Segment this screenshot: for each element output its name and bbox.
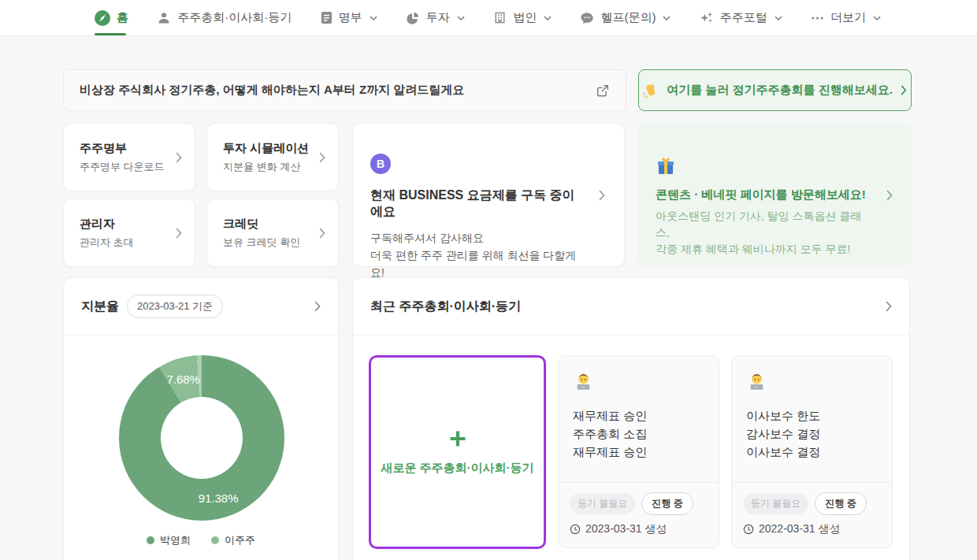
benefit-line: 각종 제휴 혜택과 웨비나까지 모두 무료! — [656, 241, 867, 258]
donut-percent-label: 91.38% — [199, 491, 239, 504]
quick-card-subtitle: 관리자 초대 — [80, 235, 134, 250]
technologist-icon — [573, 372, 594, 393]
chevron-right-icon — [599, 190, 605, 201]
benefit-card[interactable]: 콘텐츠 · 베네핏 페이지를 방문해보세요! 아웃스탠딩 인기 기사, 탈잉 스… — [638, 123, 912, 267]
created-date: 2023-03-31 생성 — [585, 522, 667, 536]
recent-meetings-body: 새로운 주주총회·이사회·등기 재무제표 승인 주주총회 소집 재무제표 승인 — [369, 355, 893, 549]
quick-card-shareholder-list[interactable]: 주주명부 주주명부 다운로드 — [63, 123, 195, 191]
new-meeting-button[interactable]: 새로운 주주총회·이사회·등기 — [369, 355, 546, 549]
clock-icon — [570, 524, 581, 535]
quick-card-admin[interactable]: 관리자 관리자 초대 — [63, 198, 195, 267]
recent-meetings-card: 최근 주주총회·이사회·등기 새로운 주주총회·이사회·등기 — [352, 277, 910, 560]
nav-item-home[interactable]: 홈 — [95, 0, 128, 35]
chevron-right-icon — [886, 190, 893, 201]
donut-percent-label: 7.68% — [166, 372, 200, 385]
chevron-right-icon — [319, 228, 325, 239]
ownership-donut-chart: 91.38%7.68% — [119, 355, 284, 521]
plan-line: 더욱 편한 주주 관리를 위해 최선을 다할게요! — [370, 247, 580, 281]
plan-card[interactable]: B 현재 BUSINESS 요금제를 구독 중이에요 구독해주셔서 감사해요 더… — [352, 123, 625, 267]
clock-icon — [743, 524, 754, 535]
chevron-right-icon — [176, 152, 182, 163]
quick-card-subtitle: 보유 크레딧 확인 — [223, 235, 300, 250]
progress-status-badge: 진행 중 — [815, 492, 866, 515]
chevron-down-icon — [775, 16, 782, 20]
document-icon — [321, 11, 332, 24]
chevron-right-icon[interactable] — [886, 301, 892, 312]
nav-label: 더보기 — [830, 10, 866, 25]
agenda-item: 재무제표 승인 — [573, 406, 704, 425]
nav-label: 주주포털 — [720, 10, 767, 25]
meeting-card[interactable]: 이사보수 한도 감사보수 결정 이사보수 결정 등기 불필요 진행 중 2022… — [731, 355, 893, 548]
ownership-legend: 박영희 이주주 — [64, 533, 338, 547]
new-meeting-label: 새로운 주주총회·이사회·등기 — [381, 461, 533, 476]
ownership-title: 지분율 — [81, 299, 119, 315]
meeting-card-footer: 등기 불필요 진행 중 2022-03-31 생성 — [732, 482, 892, 547]
quick-card-title: 크레딧 — [223, 217, 300, 232]
chevron-down-icon — [370, 16, 377, 20]
legend-item: 박영희 — [147, 533, 191, 547]
ellipsis-icon — [811, 16, 824, 20]
nav-label: 홈 — [117, 10, 128, 25]
nav-item-meetings[interactable]: 주주총회·이사회·등기 — [157, 0, 292, 35]
cta-banner[interactable]: 여기를 눌러 정기주주총회를 진행해보세요. — [638, 69, 912, 111]
notice-banner-text: 비상장 주식회사 정기주총, 어떻게 해야하는지 A부터 Z까지 알려드릴게요 — [80, 83, 596, 98]
agenda-item: 재무제표 승인 — [573, 443, 704, 461]
nav-item-corporation[interactable]: 법인 — [493, 0, 552, 35]
chevron-down-icon — [544, 16, 552, 20]
technologist-icon — [746, 372, 767, 393]
nav-label: 명부 — [339, 10, 362, 25]
clapping-hands-icon — [643, 83, 659, 98]
agenda-item: 이사보수 결정 — [746, 443, 878, 461]
chevron-down-icon — [457, 16, 465, 20]
meeting-card[interactable]: 재무제표 승인 주주총회 소집 재무제표 승인 등기 불필요 진행 중 2023… — [558, 355, 719, 548]
legend-dot — [211, 536, 219, 544]
chat-bubble-icon — [580, 11, 594, 25]
ownership-card: 지분율 2023-03-21 기준 91.38%7.68% 박영희 이주주 — [63, 277, 339, 560]
nav-item-portal[interactable]: 주주포털 — [700, 0, 782, 35]
as-of-date-badge: 2023-03-21 기준 — [127, 295, 223, 318]
notice-banner[interactable]: 비상장 주식회사 정기주총, 어떻게 해야하는지 A부터 Z까지 알려드릴게요 — [63, 69, 626, 111]
registration-status-badge: 등기 불필요 — [743, 493, 808, 514]
home-logo-icon — [95, 10, 110, 26]
meeting-card-footer: 등기 불필요 진행 중 2023-03-31 생성 — [559, 482, 719, 547]
benefit-title: 콘텐츠 · 베네핏 페이지를 방문해보세요! — [656, 187, 867, 202]
quick-cards-grid: 주주명부 주주명부 다운로드 투자 시뮬레이션 지분율 변화 계산 관리자 관리… — [63, 123, 339, 267]
benefit-line: 아웃스탠딩 인기 기사, 탈잉 스톡옵션 클래스, — [656, 208, 867, 241]
quick-card-title: 투자 시뮬레이션 — [223, 141, 309, 156]
quick-card-title: 주주명부 — [80, 141, 165, 156]
top-nav: 홈 주주총회·이사회·등기 명부 투자 법인 — [0, 0, 977, 36]
chevron-down-icon — [873, 16, 881, 20]
chevron-right-icon — [319, 152, 325, 163]
recent-meetings-header[interactable]: 최근 주주총회·이사회·등기 — [353, 278, 909, 336]
plan-title: 현재 BUSINESS 요금제를 구독 중이에요 — [370, 187, 580, 221]
person-icon — [157, 11, 171, 25]
nav-label: 투자 — [426, 10, 450, 25]
chevron-right-icon[interactable] — [314, 301, 321, 312]
sparkles-icon — [700, 11, 714, 25]
nav-item-help[interactable]: 헬프(문의) — [580, 0, 671, 35]
plan-line: 구독해주셔서 감사해요 — [370, 229, 580, 247]
legend-label: 이주주 — [225, 533, 255, 547]
nav-item-more[interactable]: 더보기 — [811, 0, 881, 35]
nav-item-register[interactable]: 명부 — [321, 0, 377, 35]
quick-card-subtitle: 주주명부 다운로드 — [80, 160, 165, 174]
quick-card-credit[interactable]: 크레딧 보유 크레딧 확인 — [206, 198, 339, 267]
legend-dot — [147, 536, 154, 544]
quick-card-investment-simulation[interactable]: 투자 시뮬레이션 지분율 변화 계산 — [206, 123, 339, 191]
nav-item-invest[interactable]: 투자 — [406, 0, 465, 35]
registration-status-badge: 등기 불필요 — [570, 493, 635, 514]
pie-chart-icon — [406, 11, 420, 25]
nav-label: 헬프(문의) — [600, 10, 656, 25]
chevron-right-icon — [176, 228, 182, 239]
ownership-header[interactable]: 지분율 2023-03-21 기준 — [64, 278, 338, 336]
cta-banner-text: 여기를 눌러 정기주주총회를 진행해보세요. — [667, 83, 893, 98]
building-icon — [493, 11, 507, 24]
chevron-right-icon — [901, 85, 907, 95]
plus-icon — [448, 429, 467, 448]
agenda-item: 주주총회 소집 — [573, 425, 704, 443]
created-date: 2022-03-31 생성 — [759, 522, 841, 536]
chevron-down-icon — [663, 16, 671, 20]
agenda-item: 감사보수 결정 — [746, 425, 878, 443]
nav-label: 주주총회·이사회·등기 — [177, 10, 292, 25]
legend-label: 박영희 — [160, 533, 191, 547]
